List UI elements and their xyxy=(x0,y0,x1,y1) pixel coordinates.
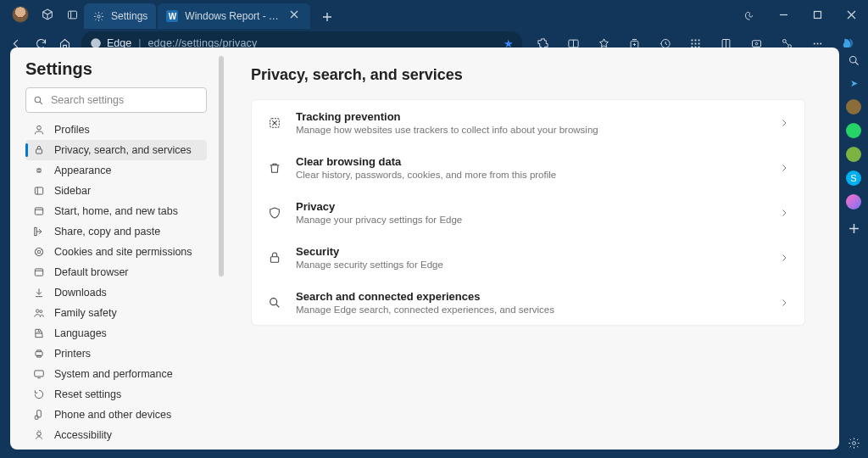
svg-rect-30 xyxy=(35,227,36,235)
svg-point-34 xyxy=(40,310,42,313)
svg-point-25 xyxy=(37,126,42,130)
tab-settings[interactable]: Settings xyxy=(84,3,156,29)
svg-rect-9 xyxy=(698,39,699,41)
sidebar-settings-icon[interactable] xyxy=(848,437,860,450)
nav-item-label: Default browser xyxy=(54,266,129,278)
nav-item-label: Languages xyxy=(54,327,107,339)
svg-rect-37 xyxy=(35,371,44,377)
settings-nav: ProfilesPrivacy, search, and servicesApp… xyxy=(25,120,207,450)
nav-item-label: Privacy, search, and services xyxy=(54,144,192,156)
chevron-right-icon xyxy=(779,163,789,173)
svg-point-44 xyxy=(849,57,856,64)
nav-item-system-and-performance[interactable]: System and performance xyxy=(25,364,207,384)
sidebar-scrollbar[interactable] xyxy=(219,56,224,441)
svg-rect-17 xyxy=(752,40,760,47)
chevron-right-icon xyxy=(779,208,789,218)
maximize-button[interactable] xyxy=(800,0,834,29)
svg-rect-42 xyxy=(270,256,278,262)
minimize-button[interactable] xyxy=(766,0,800,29)
nav-item-downloads[interactable]: Downloads xyxy=(25,282,207,303)
svg-text:A: A xyxy=(37,329,40,333)
close-window-button[interactable] xyxy=(834,0,868,29)
settings-main: Privacy, search, and services Tracking p… xyxy=(217,47,839,450)
nav-item-icon xyxy=(32,449,46,450)
nav-item-label: Cookies and site permissions xyxy=(54,246,192,258)
row-title: Privacy xyxy=(296,200,765,213)
svg-point-22 xyxy=(816,42,818,44)
nav-item-about-microsoft-edge[interactable]: About Microsoft Edge xyxy=(25,445,207,450)
nav-item-family-safety[interactable]: Family safety xyxy=(25,303,207,323)
nav-item-default-browser[interactable]: Default browser xyxy=(25,262,207,282)
row-subtitle: Manage security settings for Edge xyxy=(296,260,765,270)
title-bar: Settings W Windows Report - Your go-to s… xyxy=(0,0,868,29)
nav-item-icon xyxy=(32,204,46,218)
sidebar-android-icon[interactable] xyxy=(846,147,861,162)
row-subtitle: Clear history, passwords, cookies, and m… xyxy=(296,170,765,180)
settings-card: Tracking preventionManage how websites u… xyxy=(251,99,805,326)
nav-item-label: Phone and other devices xyxy=(54,409,171,421)
row-icon xyxy=(267,295,282,310)
nav-item-label: Sidebar xyxy=(54,185,91,197)
close-tab-icon[interactable] xyxy=(290,10,302,22)
nav-item-profiles[interactable]: Profiles xyxy=(25,120,207,140)
nav-item-appearance[interactable]: Appearance xyxy=(25,160,207,181)
wr-favicon: W xyxy=(166,10,178,22)
row-icon xyxy=(267,205,282,221)
sidebar-app-icon[interactable] xyxy=(846,99,861,114)
svg-rect-26 xyxy=(36,149,42,154)
tab-windows-report[interactable]: W Windows Report - Your go-to sou xyxy=(158,3,310,29)
svg-point-43 xyxy=(270,298,277,304)
row-subtitle: Manage your privacy settings for Edge xyxy=(296,215,765,225)
row-title: Security xyxy=(296,245,765,258)
settings-row-privacy[interactable]: PrivacyManage your privacy settings for … xyxy=(252,190,804,235)
nav-item-privacy-search-and-services[interactable]: Privacy, search, and services xyxy=(25,140,207,160)
settings-favicon xyxy=(92,10,104,22)
extensions-shortcut-icon[interactable] xyxy=(732,0,766,29)
chevron-right-icon xyxy=(779,253,789,263)
svg-point-24 xyxy=(35,97,41,103)
nav-item-printers[interactable]: Printers xyxy=(25,344,207,364)
settings-row-tracking-prevention[interactable]: Tracking preventionManage how websites u… xyxy=(252,100,804,145)
nav-item-label: Reset settings xyxy=(54,388,121,400)
nav-item-phone-and-other-devices[interactable]: Phone and other devices xyxy=(25,405,207,425)
sidebar-telegram-icon[interactable]: ➤ xyxy=(846,75,861,91)
nav-item-cookies-and-site-permissions[interactable]: Cookies and site permissions xyxy=(25,242,207,262)
search-settings-input[interactable]: Search settings xyxy=(25,87,207,113)
svg-rect-28 xyxy=(35,187,42,194)
nav-item-sidebar[interactable]: Sidebar xyxy=(25,181,207,201)
tab-strip: Settings W Windows Report - Your go-to s… xyxy=(84,0,732,29)
svg-point-1 xyxy=(97,14,99,17)
nav-item-share-copy-and-paste[interactable]: Share, copy and paste xyxy=(25,221,207,242)
new-tab-button[interactable] xyxy=(315,5,339,29)
svg-rect-0 xyxy=(69,11,77,19)
sidebar-whatsapp-icon[interactable] xyxy=(846,123,861,138)
sidebar-skype-icon[interactable]: S xyxy=(846,170,861,186)
sidebar-messenger-icon[interactable] xyxy=(846,194,861,209)
nav-item-icon xyxy=(32,388,46,401)
nav-item-icon xyxy=(32,286,46,299)
row-title: Clear browsing data xyxy=(296,155,765,168)
profile-avatar[interactable] xyxy=(12,6,29,23)
nav-item-label: Accessibility xyxy=(54,429,112,441)
sidebar-add-icon[interactable] xyxy=(849,223,860,234)
settings-row-security[interactable]: SecurityManage security settings for Edg… xyxy=(252,235,804,280)
nav-item-icon xyxy=(32,123,46,137)
sidebar-search-icon[interactable] xyxy=(848,54,860,67)
nav-item-start-home-and-new-tabs[interactable]: Start, home, and new tabs xyxy=(25,201,207,221)
svg-rect-8 xyxy=(694,39,696,41)
row-icon xyxy=(267,250,282,265)
nav-item-languages[interactable]: ALanguages xyxy=(25,323,207,344)
settings-row-clear-browsing-data[interactable]: Clear browsing dataClear history, passwo… xyxy=(252,145,804,190)
chevron-right-icon xyxy=(779,298,789,308)
nav-item-label: Downloads xyxy=(54,287,107,299)
tab-actions-icon[interactable] xyxy=(66,8,79,21)
settings-title: Settings xyxy=(25,59,207,79)
settings-row-search-and-connected-experiences[interactable]: Search and connected experiencesManage E… xyxy=(252,280,804,325)
nav-item-reset-settings[interactable]: Reset settings xyxy=(25,384,207,405)
workspaces-icon[interactable] xyxy=(41,8,54,21)
nav-item-icon xyxy=(32,306,46,320)
svg-rect-2 xyxy=(814,11,821,18)
svg-point-40 xyxy=(37,432,42,436)
nav-item-accessibility[interactable]: Accessibility xyxy=(25,425,207,445)
chevron-right-icon xyxy=(779,118,789,128)
